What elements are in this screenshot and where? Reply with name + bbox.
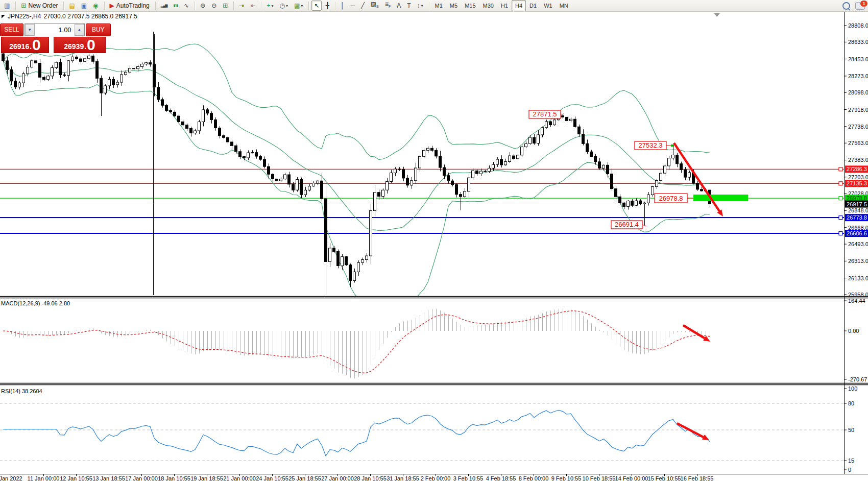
arrows-icon-dropdown[interactable]: ▾ xyxy=(421,4,423,8)
svg-text:14 Feb 00:00: 14 Feb 00:00 xyxy=(615,475,648,481)
buy-price-main: 26939 xyxy=(64,41,84,52)
signals-icon[interactable]: ◉ xyxy=(90,1,101,11)
timeframe-m1-button[interactable]: M1 xyxy=(431,0,446,11)
periods-icon[interactable]: ◷▾ xyxy=(277,1,291,11)
timeframe-m5-button[interactable]: M5 xyxy=(446,0,461,11)
templates-icon-dropdown[interactable]: ▾ xyxy=(301,4,303,8)
rsi-indicator-label: RSI(14) 38.2604 xyxy=(1,388,42,394)
svg-text:10 Feb 18:55: 10 Feb 18:55 xyxy=(583,475,616,481)
svg-text:-270.67: -270.67 xyxy=(848,376,867,382)
arrows-icon[interactable]: ↕▾ xyxy=(415,1,426,11)
svg-text:15 Feb 10:55: 15 Feb 10:55 xyxy=(648,475,681,481)
terminal-icon: ▣ xyxy=(81,2,87,10)
chart-marker-icon xyxy=(2,15,5,18)
autotrading-button-label: AutoTrading xyxy=(116,2,150,9)
trendline-icon: ╱ xyxy=(361,2,365,10)
svg-text:100: 100 xyxy=(848,386,857,392)
svg-text:26313.0: 26313.0 xyxy=(848,258,868,264)
svg-text:27286.3: 27286.3 xyxy=(847,166,867,172)
cursor-icon: ↖ xyxy=(314,2,319,10)
market-watch-icon[interactable]: ▥ xyxy=(2,1,12,11)
timeframe-mn-button[interactable]: MN xyxy=(556,0,572,11)
timeframe-m30-button[interactable]: M30 xyxy=(479,0,497,11)
svg-text:27918.0: 27918.0 xyxy=(848,107,868,113)
svg-text:12 Jan 10:55: 12 Jan 10:55 xyxy=(60,475,92,481)
buy-button[interactable]: BUY xyxy=(86,23,111,36)
metaeditor-icon[interactable]: ▤ xyxy=(66,1,77,11)
svg-text:164.44: 164.44 xyxy=(848,298,865,304)
cursor-icon[interactable]: ↖ xyxy=(311,1,322,11)
svg-text:Jan 2022: Jan 2022 xyxy=(0,475,22,481)
autotrading-button[interactable]: ▶AutoTrading xyxy=(107,1,152,11)
svg-text:19 Jan 18:55: 19 Jan 18:55 xyxy=(190,475,223,481)
svg-text:80: 80 xyxy=(848,400,854,406)
zoom-in-icon[interactable]: ⊕ xyxy=(198,1,208,11)
vertical-line-icon[interactable]: │ xyxy=(338,1,347,11)
arrows-icon: ↕ xyxy=(417,2,420,10)
terminal-icon[interactable]: ▣ xyxy=(79,1,89,11)
periods-icon-dropdown[interactable]: ▾ xyxy=(286,4,288,8)
lot-size-control: ▼ 1.00 ▲ xyxy=(25,23,85,36)
timeframe-d1-button[interactable]: D1 xyxy=(526,0,540,11)
search-icon[interactable] xyxy=(842,2,850,10)
fibonacci-icon: ≡F xyxy=(385,0,391,11)
chat-icon[interactable]: 1 xyxy=(855,2,865,10)
svg-text:27563.0: 27563.0 xyxy=(848,140,868,146)
sell-price-display[interactable]: 26916.0 xyxy=(1,37,49,53)
tile-windows-icon: ⊞ xyxy=(223,2,228,10)
new-order-button[interactable]: ⊞New Order xyxy=(18,1,60,11)
lot-size-value[interactable]: 1.00 xyxy=(35,24,75,36)
templates-icon[interactable]: ▦▾ xyxy=(292,1,305,11)
sell-button[interactable]: SELL xyxy=(0,23,23,36)
chart-shift-icon[interactable]: ⇤ xyxy=(248,1,258,11)
svg-text:28808.0: 28808.0 xyxy=(848,22,868,29)
text-label-icon[interactable]: T xyxy=(404,1,413,11)
equidistant-channel-icon[interactable]: ▨E xyxy=(368,1,381,11)
tile-windows-icon[interactable]: ⊞ xyxy=(220,1,230,11)
lot-decrease-button[interactable]: ▼ xyxy=(25,24,35,36)
svg-text:21 Jan 00:00: 21 Jan 00:00 xyxy=(223,475,256,481)
timeframe-h1-button[interactable]: H1 xyxy=(497,0,512,11)
svg-text:26691.4: 26691.4 xyxy=(615,221,639,228)
bar-chart-icon[interactable]: ▂▄▆ xyxy=(158,1,170,11)
crosshair-icon[interactable]: ╋ xyxy=(323,1,331,11)
candlestick-chart-icon[interactable]: ▮▯▮ xyxy=(171,1,181,11)
svg-text:25 Jan 18:55: 25 Jan 18:55 xyxy=(288,475,321,481)
new-order-button: ⊞ xyxy=(21,2,26,10)
fibonacci-icon[interactable]: ≡F xyxy=(382,1,393,11)
macd-indicator-label: MACD(12,26,9) -49.06 2.80 xyxy=(1,300,70,306)
svg-text:26133.0: 26133.0 xyxy=(848,275,868,281)
timeframe-w1-button[interactable]: W1 xyxy=(540,0,556,11)
line-chart-icon[interactable]: ∿ xyxy=(181,1,191,11)
zoom-out-icon: ⊖ xyxy=(211,2,216,10)
svg-text:27871.5: 27871.5 xyxy=(533,110,557,118)
indicators-icon[interactable]: +▾ xyxy=(264,1,276,11)
equidistant-channel-icon: ▨E xyxy=(371,0,379,11)
templates-icon: ▦ xyxy=(294,2,300,10)
toolbar: ▥⊞New Order▤▣◉▶AutoTrading▂▄▆▮▯▮∿⊕⊖⊞⇥⇤+▾… xyxy=(0,0,868,12)
svg-text:8 Feb 00:00: 8 Feb 00:00 xyxy=(519,475,549,481)
chart-canvas[interactable]: 28808.028633.028453.028273.028098.027918… xyxy=(0,0,868,481)
svg-text:27 Jan 00:00: 27 Jan 00:00 xyxy=(321,475,354,481)
line-chart-icon: ∿ xyxy=(184,2,189,10)
svg-text:26917.5: 26917.5 xyxy=(847,201,867,207)
sell-price-main: 26916 xyxy=(9,41,29,52)
horizontal-line-icon[interactable]: ─ xyxy=(348,1,357,11)
buy-price-pip: 0 xyxy=(87,38,95,52)
buy-price-display[interactable]: 26939.0 xyxy=(54,37,106,53)
trendline-icon[interactable]: ╱ xyxy=(358,1,367,11)
svg-text:0.00: 0.00 xyxy=(848,328,859,334)
zoom-out-icon[interactable]: ⊖ xyxy=(209,1,219,11)
svg-text:27738.0: 27738.0 xyxy=(848,124,868,130)
svg-text:26848.0: 26848.0 xyxy=(848,207,868,213)
svg-text:28273.0: 28273.0 xyxy=(848,73,868,79)
text-icon: A xyxy=(397,2,401,10)
text-icon[interactable]: A xyxy=(394,1,403,11)
svg-text:26668.0: 26668.0 xyxy=(848,225,868,231)
indicators-icon-dropdown[interactable]: ▾ xyxy=(271,4,273,8)
lot-increase-button[interactable]: ▲ xyxy=(75,24,84,36)
symbol-ohlc: 27030.0 27037.5 26865.0 26917.5 xyxy=(43,13,137,20)
timeframe-m15-button[interactable]: M15 xyxy=(461,0,479,11)
auto-scroll-icon[interactable]: ⇥ xyxy=(236,1,247,11)
timeframe-h4-button[interactable]: H4 xyxy=(512,0,526,11)
